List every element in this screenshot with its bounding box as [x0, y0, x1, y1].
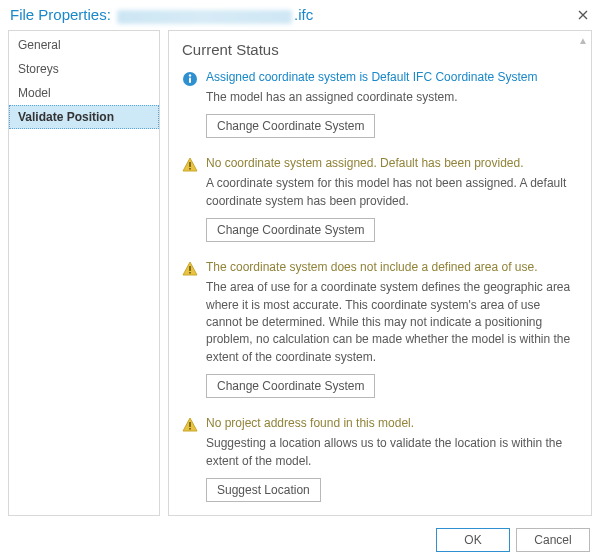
status-title: No project address found in this model.	[206, 416, 575, 430]
status-body: Assigned coordinate system is Default IF…	[206, 70, 575, 138]
warning-icon	[182, 261, 198, 277]
status-title: No coordinate system assigned. Default h…	[206, 156, 575, 170]
svg-rect-6	[189, 272, 191, 274]
redacted-filename	[117, 10, 292, 24]
status-item: No coordinate system assigned. Default h…	[182, 156, 581, 242]
warning-icon	[182, 417, 198, 433]
content-panel: ▲ Current Status Assigned coordinate sys…	[168, 30, 592, 516]
close-button[interactable]	[572, 4, 594, 26]
status-title: Assigned coordinate system is Default IF…	[206, 70, 575, 84]
info-icon	[182, 71, 198, 87]
status-title: The coordinate system does not include a…	[206, 260, 575, 274]
title-suffix: .ifc	[294, 6, 313, 23]
content-heading: Current Status	[182, 41, 581, 58]
change-coordinate-system-button[interactable]: Change Coordinate System	[206, 114, 375, 138]
svg-rect-8	[189, 428, 191, 430]
warning-icon	[182, 157, 198, 173]
svg-rect-7	[189, 422, 191, 427]
ok-button[interactable]: OK	[436, 528, 510, 552]
status-body: No project address found in this model. …	[206, 416, 575, 502]
sidebar-item-model[interactable]: Model	[9, 81, 159, 105]
status-description: The area of use for a coordinate system …	[206, 279, 575, 366]
svg-rect-2	[189, 78, 191, 84]
change-coordinate-system-button[interactable]: Change Coordinate System	[206, 218, 375, 242]
svg-point-1	[189, 74, 191, 76]
status-item: No project address found in this model. …	[182, 416, 581, 502]
status-description: The model has an assigned coordinate sys…	[206, 89, 575, 106]
dialog-body: General Storeys Model Validate Position …	[0, 30, 600, 516]
sidebar-item-storeys[interactable]: Storeys	[9, 57, 159, 81]
scroll-indicator-icon: ▲	[578, 35, 588, 46]
title-prefix: File Properties:	[10, 6, 115, 23]
status-item: Assigned coordinate system is Default IF…	[182, 70, 581, 138]
sidebar-item-validate-position[interactable]: Validate Position	[9, 105, 159, 129]
sidebar: General Storeys Model Validate Position	[8, 30, 160, 516]
suggest-location-button[interactable]: Suggest Location	[206, 478, 321, 502]
close-icon	[578, 10, 588, 20]
status-description: Suggesting a location allows us to valid…	[206, 435, 575, 470]
dialog-footer: OK Cancel	[436, 528, 590, 552]
sidebar-item-general[interactable]: General	[9, 33, 159, 57]
change-coordinate-system-button[interactable]: Change Coordinate System	[206, 374, 375, 398]
titlebar: File Properties: .ifc	[0, 0, 600, 30]
status-body: No coordinate system assigned. Default h…	[206, 156, 575, 242]
status-item: The coordinate system does not include a…	[182, 260, 581, 398]
cancel-button[interactable]: Cancel	[516, 528, 590, 552]
status-body: The coordinate system does not include a…	[206, 260, 575, 398]
svg-rect-4	[189, 168, 191, 170]
svg-rect-5	[189, 266, 191, 271]
status-description: A coordinate system for this model has n…	[206, 175, 575, 210]
window-title: File Properties: .ifc	[10, 6, 313, 23]
svg-rect-3	[189, 162, 191, 167]
